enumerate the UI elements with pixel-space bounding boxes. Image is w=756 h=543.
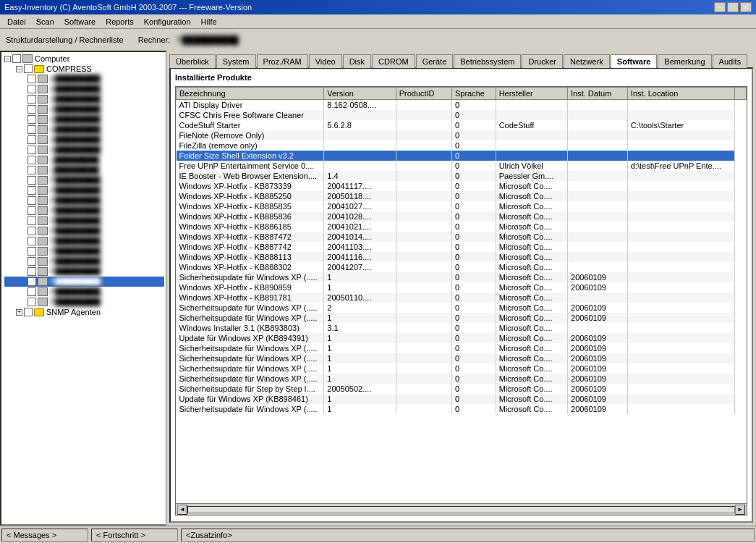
col-hersteller[interactable]: Hersteller	[496, 88, 567, 100]
checkbox-13[interactable]	[27, 206, 36, 215]
tree-item-6[interactable]: A████████	[4, 135, 164, 145]
expand-computer[interactable]: −	[4, 56, 11, 62]
tree-item-7[interactable]: A████████	[4, 145, 164, 155]
tree-item-4[interactable]: A████████	[4, 114, 164, 125]
col-version[interactable]: Version	[324, 88, 396, 100]
tree-item-15[interactable]: P████████	[4, 226, 164, 236]
tab-drucker[interactable]: Drucker	[522, 54, 563, 68]
checkbox-22[interactable]	[27, 298, 36, 306]
col-scroll[interactable]	[735, 88, 747, 100]
expand-compress[interactable]: −	[16, 66, 22, 72]
tree-item-12[interactable]: P████████	[4, 195, 164, 206]
col-instdatum[interactable]: Inst. Datum	[568, 88, 628, 100]
table-row[interactable]: CFSC Chris Free Software Cleaner0	[177, 110, 747, 120]
col-productid[interactable]: ProductID	[396, 88, 451, 100]
tree-panel[interactable]: − Computer − COMPRESS A████████	[0, 51, 166, 526]
tree-item-14[interactable]: P████████	[4, 216, 164, 226]
status-messages[interactable]: < Messages >	[1, 529, 88, 542]
table-row[interactable]: Windows Installer 3.1 (KB893803)3.10Micr…	[177, 323, 747, 333]
tree-item-9[interactable]: L████████	[4, 165, 164, 175]
table-row[interactable]: CodeStuff Starter5.6.2.80CodeStuffC:\too…	[177, 120, 747, 130]
table-row[interactable]: Sicherheitsupdate für Windows XP (.....1…	[177, 404, 747, 414]
checkbox-3[interactable]	[27, 105, 36, 114]
checkbox-4[interactable]	[27, 115, 36, 124]
table-row[interactable]: Sicherheitsupdate für Windows XP (.....1…	[177, 363, 747, 374]
checkbox-6[interactable]	[27, 135, 36, 144]
menu-software[interactable]: Software	[60, 17, 100, 27]
checkbox-2[interactable]	[27, 95, 36, 104]
tab-audits[interactable]: Audits	[713, 54, 748, 68]
table-row[interactable]: Windows XP-Hotfix - KB88618520041021....…	[177, 222, 747, 232]
maximize-button[interactable]: □	[727, 2, 739, 12]
status-zusatzinfo[interactable]: <Zusatzinfo>	[181, 529, 755, 542]
tab-video[interactable]: Video	[309, 54, 342, 68]
col-sprache[interactable]: Sprache	[451, 88, 496, 100]
checkbox-11[interactable]	[27, 186, 36, 195]
checkbox-1[interactable]	[27, 85, 36, 93]
menu-konfiguration[interactable]: Konfiguration	[140, 17, 195, 27]
tab-netzwerk[interactable]: Netzwerk	[564, 54, 610, 68]
tree-item-0[interactable]: A████████	[4, 74, 164, 84]
table-row[interactable]: Sicherheitsupdate für Windows XP (.....1…	[177, 353, 747, 363]
tree-item-8[interactable]: L████████	[4, 155, 164, 165]
menu-reports[interactable]: Reports	[101, 17, 138, 27]
horizontal-scrollbar[interactable]: ◄ ►	[176, 503, 747, 515]
tab-uberblick[interactable]: Überblick	[169, 54, 216, 68]
products-table-wrapper[interactable]: Bezeichnung Version ProductID Sprache He…	[176, 87, 747, 503]
scroll-right-button[interactable]: ►	[735, 505, 745, 515]
table-row[interactable]: Sicherheitsupdate für Windows XP (.....1…	[177, 313, 747, 323]
tree-item-11[interactable]: P████████	[4, 185, 164, 195]
table-row[interactable]: IE Booster - Web Browser Extension....1.…	[177, 171, 747, 181]
col-bezeichnung[interactable]: Bezeichnung	[177, 88, 324, 100]
checkbox-14[interactable]	[27, 216, 36, 225]
tree-item-5[interactable]: A████████	[4, 125, 164, 135]
checkbox-21[interactable]	[27, 287, 36, 296]
tab-system[interactable]: System	[216, 54, 256, 68]
tree-item-1[interactable]: A████████	[4, 84, 164, 94]
close-button[interactable]: ✕	[740, 2, 752, 12]
tree-item-20[interactable]: P████████	[4, 277, 164, 287]
tree-item-snmp[interactable]: + SNMP Agenten	[4, 307, 164, 317]
checkbox-9[interactable]	[27, 166, 36, 174]
checkbox-19[interactable]	[27, 267, 36, 276]
checkbox-12[interactable]	[27, 196, 36, 205]
tree-item-13[interactable]: P████████	[4, 206, 164, 216]
table-row[interactable]: FileNote (Remove Only)0	[177, 130, 747, 140]
table-row[interactable]: ATI Display Driver8.162-0508....0	[177, 100, 747, 111]
tab-disk[interactable]: Disk	[343, 54, 371, 68]
checkbox-18[interactable]	[27, 257, 36, 266]
table-row[interactable]: Windows XP-Hotfix - KB88747220041014....…	[177, 232, 747, 242]
table-row[interactable]: Windows XP-Hotfix - KB88583620041028....…	[177, 211, 747, 222]
checkbox-17[interactable]	[27, 247, 36, 256]
tree-item-computer[interactable]: − Computer	[4, 54, 164, 64]
table-row[interactable]: Windows XP-Hotfix - KB88583520041027....…	[177, 201, 747, 211]
tree-item-16[interactable]: P████████	[4, 236, 164, 246]
checkbox-10[interactable]	[27, 176, 36, 185]
table-row[interactable]: Windows XP-Hotfix - KB89178120050110....…	[177, 292, 747, 303]
table-row[interactable]: Windows XP-Hotfix - KB88774220041103....…	[177, 242, 747, 252]
table-row[interactable]: Sicherheitsupdate für Windows XP (.....1…	[177, 374, 747, 384]
status-fortschritt[interactable]: < Fortschritt >	[91, 529, 178, 542]
table-row[interactable]: Sicherheitsupdate für Windows XP (.....2…	[177, 303, 747, 313]
col-instlocation[interactable]: Inst. Location	[627, 88, 734, 100]
table-row[interactable]: Windows XP-Hotfix - KB88525020050118....…	[177, 191, 747, 201]
tree-item-10[interactable]: P████████	[4, 175, 164, 185]
checkbox-5[interactable]	[27, 125, 36, 134]
tree-item-17[interactable]: P████████	[4, 246, 164, 256]
table-row[interactable]: Free UPnP Entertainment Service 0....0Ul…	[177, 161, 747, 171]
tab-cdrom[interactable]: CDROM	[372, 54, 415, 68]
tab-gerate[interactable]: Geräte	[416, 54, 454, 68]
checkbox-16[interactable]	[27, 237, 36, 245]
expand-snmp[interactable]: +	[16, 309, 22, 316]
table-row[interactable]: Windows XP-Hotfix - KB88830220041207....…	[177, 262, 747, 272]
tree-item-18[interactable]: P████████	[4, 256, 164, 266]
checkbox-0[interactable]	[27, 75, 36, 83]
table-row[interactable]: Update für Windows XP (KB898461)10Micros…	[177, 394, 747, 404]
tab-prozram[interactable]: Proz./RAM	[257, 54, 308, 68]
menu-scan[interactable]: Scan	[32, 17, 59, 27]
tree-item-22[interactable]: P████████	[4, 297, 164, 307]
table-row[interactable]: FileZilla (remove only)0	[177, 140, 747, 151]
menu-hilfe[interactable]: Hilfe	[197, 17, 221, 27]
tree-item-2[interactable]: A████████	[4, 94, 164, 104]
checkbox-7[interactable]	[27, 146, 36, 154]
